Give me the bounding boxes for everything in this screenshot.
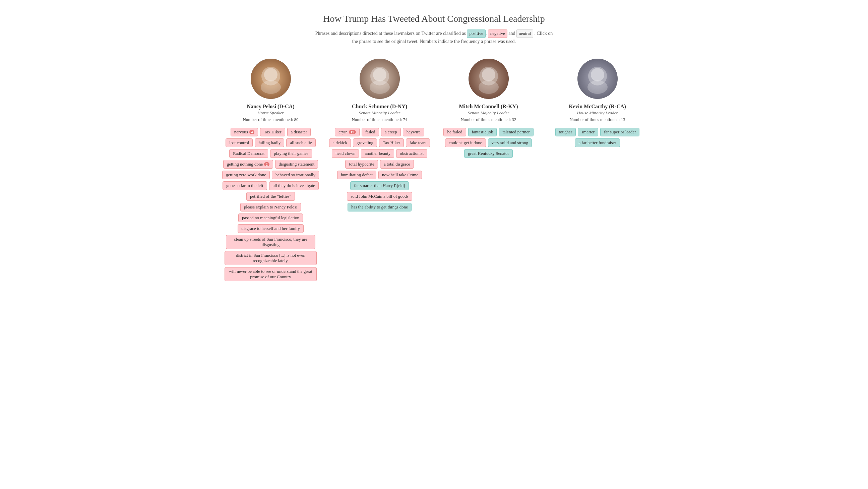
tag-row: total hypocritea total disgrace — [345, 160, 413, 169]
phrase-tag-wide[interactable]: clean up streets of San Francisco, they … — [226, 235, 316, 249]
tags-area-mcconnell: he failedfantastic jobtalented partnerco… — [437, 128, 539, 158]
page-title: How Trump Has Tweeted About Congressiona… — [7, 13, 861, 24]
avatar-mccarthy — [578, 59, 618, 99]
phrase-tag[interactable]: Tax Hiker — [260, 128, 285, 136]
tag-row: getting zero work donebehaved so irratio… — [222, 171, 319, 179]
phrase-tag[interactable]: a far better fundraiser — [575, 139, 620, 147]
phrase-tag[interactable]: far superior leader — [600, 128, 640, 136]
phrase-tag[interactable]: gone so far to the left — [222, 181, 267, 190]
tag-row: has the ability to get things done — [347, 203, 411, 212]
phrase-tag[interactable]: now he'll take Crime — [378, 171, 422, 179]
phrase-tag[interactable]: groveling — [353, 139, 377, 147]
phrase-tag[interactable]: great Kentucky Senator — [464, 149, 513, 158]
tags-area-pelosi: nervous4Tax Hikera disasterlost controlf… — [219, 128, 322, 281]
person-name-mccarthy: Kevin McCarthy (R-CA) — [569, 103, 626, 110]
phrase-tag[interactable]: cryin19 — [335, 128, 360, 136]
phrase-tag[interactable]: smarter — [578, 128, 598, 136]
tag-row: a far better fundraiser — [575, 139, 620, 147]
tag-row-wide: district in San Francisco [...] is not e… — [219, 251, 322, 265]
negative-badge: negative — [488, 30, 507, 38]
tag-count: 2 — [264, 162, 270, 166]
person-count-pelosi: Number of times mentioned: 80 — [243, 117, 298, 122]
phrase-tag[interactable]: nervous4 — [230, 128, 258, 136]
tag-row: lost controlfailing badlyall such a lie — [225, 139, 315, 147]
phrase-tag[interactable]: failed — [362, 128, 379, 136]
phrase-tag[interactable]: behaved so irrationally — [272, 171, 319, 179]
tag-row: toughersmarterfar superior leader — [555, 128, 640, 136]
avatar-image-pelosi — [251, 59, 291, 99]
phrase-tag[interactable]: please explain to Nancy Pelosi — [240, 203, 301, 212]
phrase-tag[interactable]: couldn't get it done — [445, 139, 486, 147]
phrase-tag[interactable]: playing their games — [270, 149, 312, 158]
tag-row: petrified of the "lefties" — [246, 192, 295, 201]
tag-row: gone so far to the leftall they do is in… — [222, 181, 319, 190]
tag-row: sold John McCain a bill of goods — [347, 192, 412, 201]
phrase-tag[interactable]: another beauty — [361, 149, 394, 158]
phrase-tag[interactable]: disgrace to herself and her family — [238, 224, 303, 233]
positive-badge: positive — [467, 30, 485, 38]
phrase-tag[interactable]: fake tears — [406, 139, 430, 147]
person-title-mccarthy: House Minority Leader — [577, 110, 618, 116]
phrase-tag[interactable]: haywire — [403, 128, 424, 136]
tags-area-schumer: cryin19faileda creephaywiresidekickgrove… — [329, 128, 431, 212]
svg-point-8 — [478, 81, 499, 94]
phrase-tag[interactable]: disgusting statement — [275, 160, 318, 169]
phrase-tag[interactable]: failing badly — [255, 139, 284, 147]
phrase-tag[interactable]: talented partner — [499, 128, 533, 136]
phrase-tag[interactable]: getting zero work done — [222, 171, 270, 179]
person-name-mcconnell: Mitch McConnell (R-KY) — [459, 103, 518, 110]
tag-row: getting nothing done2disgusting statemen… — [223, 160, 318, 169]
phrase-tag[interactable]: all they do is investigate — [269, 181, 319, 190]
tags-area-mccarthy: toughersmarterfar superior leadera far b… — [546, 128, 649, 147]
phrase-tag[interactable]: sidekick — [329, 139, 351, 147]
tag-count: 19 — [349, 130, 356, 134]
phrase-tag[interactable]: a creep — [381, 128, 401, 136]
person-col-mccarthy: Kevin McCarthy (R-CA)House Minority Lead… — [543, 59, 652, 147]
phrase-tag[interactable]: Tax Hiker — [379, 139, 404, 147]
svg-point-10 — [591, 68, 604, 82]
phrase-tag[interactable]: getting nothing done2 — [223, 160, 273, 169]
svg-point-11 — [588, 81, 608, 94]
person-name-pelosi: Nancy Pelosi (D-CA) — [247, 103, 294, 110]
phrase-tag[interactable]: a total disgrace — [380, 160, 414, 169]
phrase-tag[interactable]: all such a lie — [286, 139, 315, 147]
phrase-tag[interactable]: he failed — [443, 128, 466, 136]
tag-row: he failedfantastic jobtalented partner — [443, 128, 533, 136]
phrase-tag[interactable]: far smarter than Harry R[eid] — [350, 181, 408, 190]
svg-point-5 — [370, 81, 390, 94]
phrase-tag[interactable]: lost control — [225, 139, 253, 147]
person-count-mcconnell: Number of times mentioned: 32 — [461, 117, 516, 122]
svg-point-1 — [264, 68, 278, 82]
tag-row: head clownanother beautyobstructionist — [332, 149, 427, 158]
people-columns: Nancy Pelosi (D-CA)House SpeakerNumber o… — [216, 59, 652, 281]
phrase-tag[interactable]: total hypocrite — [345, 160, 378, 169]
tag-row-wide: clean up streets of San Francisco, they … — [221, 235, 320, 249]
phrase-tag[interactable]: passed no meaningful legislation — [238, 214, 303, 222]
phrase-tag[interactable]: very solid and strong — [488, 139, 532, 147]
neutral-badge: neutral — [517, 30, 533, 38]
tag-row: passed no meaningful legislation — [238, 214, 303, 222]
phrase-tag-wide[interactable]: district in San Francisco [...] is not e… — [224, 251, 317, 265]
tag-row: Radical Democratplaying their games — [229, 149, 312, 158]
avatar-schumer — [360, 59, 400, 99]
person-col-mcconnell: Mitch McConnell (R-KY)Senate Majority Le… — [434, 59, 543, 158]
phrase-tag[interactable]: a disaster — [287, 128, 311, 136]
avatar-image-mcconnell — [468, 59, 509, 99]
person-name-schumer: Chuck Schumer (D-NY) — [352, 103, 407, 110]
phrase-tag[interactable]: has the ability to get things done — [347, 203, 411, 212]
svg-point-7 — [482, 68, 495, 82]
tag-row: great Kentucky Senator — [464, 149, 513, 158]
tag-row: couldn't get it donevery solid and stron… — [445, 139, 532, 147]
phrase-tag-wide[interactable]: will never be able to see or understand … — [224, 267, 317, 281]
phrase-tag[interactable]: petrified of the "lefties" — [246, 192, 295, 201]
tag-row-wide: will never be able to see or understand … — [219, 267, 322, 281]
phrase-tag[interactable]: fantastic job — [468, 128, 497, 136]
tag-row: disgrace to herself and her family — [238, 224, 303, 233]
phrase-tag[interactable]: obstructionist — [396, 149, 427, 158]
phrase-tag[interactable]: tougher — [555, 128, 576, 136]
tag-row: sidekickgrovelingTax Hikerfake tears — [329, 139, 430, 147]
phrase-tag[interactable]: Radical Democrat — [229, 149, 268, 158]
phrase-tag[interactable]: humiliating defeat — [337, 171, 376, 179]
phrase-tag[interactable]: head clown — [332, 149, 359, 158]
phrase-tag[interactable]: sold John McCain a bill of goods — [347, 192, 412, 201]
